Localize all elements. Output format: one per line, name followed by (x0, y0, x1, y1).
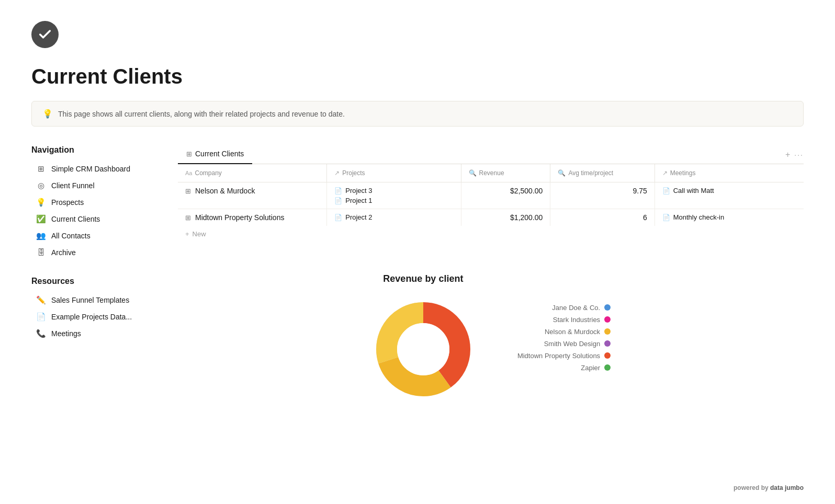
th-revenue: 🔍 Revenue (461, 164, 550, 182)
check-circle-icon: ✅ (36, 214, 46, 224)
document-icon: 📄 (334, 214, 342, 221)
sidebar-item-label: Meetings (51, 329, 81, 338)
meetings-cell: 📄Monthly check-in (655, 209, 804, 226)
sidebar-item-crm-dashboard[interactable]: ⊞ Simple CRM Dashboard (31, 161, 146, 177)
sidebar-item-label: All Contacts (51, 232, 91, 240)
legend-label: Jane Doe & Co. (552, 304, 600, 312)
tab-label: Current Clients (195, 150, 244, 158)
meeting-item[interactable]: 📄Monthly check-in (662, 213, 796, 221)
sidebar-item-meetings[interactable]: 📞 Meetings (31, 326, 146, 341)
tab-current-clients[interactable]: ⊞ Current Clients (178, 145, 252, 164)
plus-icon: + (185, 230, 189, 238)
legend-label: Midtown Property Solutions (517, 352, 600, 360)
legend-dot (604, 304, 611, 311)
table-actions: + ··· (785, 150, 804, 159)
legend-dot (604, 316, 611, 323)
sidebar-item-sales-templates[interactable]: ✏️ Sales Funnel Templates (31, 292, 146, 308)
grid-icon: ⊞ (186, 150, 192, 158)
project-item[interactable]: 📄Project 1 (334, 197, 453, 204)
logo-icon (31, 21, 59, 48)
document-icon: 📄 (662, 214, 670, 221)
bulb-icon: 💡 (42, 109, 53, 119)
info-banner: 💡 This page shows all current clients, a… (31, 101, 804, 127)
sidebar: Navigation ⊞ Simple CRM Dashboard ◎ Clie… (31, 145, 146, 402)
table-icon: ⊞ (36, 164, 46, 174)
footer-text: powered by (734, 484, 770, 491)
projects-cell: 📄Project 2 (327, 209, 461, 226)
sidebar-item-example-projects[interactable]: 📄 Example Projects Data... (31, 309, 146, 325)
th-avg-time: 🔍 Avg time/project (550, 164, 655, 182)
archive-icon: 🗄 (36, 248, 46, 257)
legend-item: Zapier (517, 364, 611, 372)
add-new-row[interactable]: + New (178, 226, 804, 242)
data-table: Aa Company ↗ Projects 🔍 (178, 164, 804, 226)
company-cell: ⊞Nelson & Murdock (178, 182, 327, 209)
sidebar-item-label: Example Projects Data... (51, 313, 132, 321)
th-meetings: ↗ Meetings (655, 164, 804, 182)
projects-cell: 📄Project 3📄Project 1 (327, 182, 461, 209)
search-icon-avg: 🔍 (558, 169, 566, 177)
footer: powered by data jumbo (734, 484, 804, 491)
legend-label: Nelson & Murdock (545, 328, 600, 336)
tab-bar: ⊞ Current Clients + ··· (178, 145, 804, 164)
pencil-icon: ✏️ (36, 295, 46, 305)
svg-point-4 (397, 323, 449, 375)
sidebar-item-current-clients[interactable]: ✅ Current Clients (31, 211, 146, 227)
nav-section-title: Navigation (31, 145, 146, 155)
legend-dot (604, 328, 611, 335)
legend-item: Jane Doe & Co. (517, 304, 611, 312)
aa-icon: Aa (185, 170, 192, 176)
arrow-up-right-icon-meetings: ↗ (662, 169, 668, 177)
legend-label: Stark Industries (553, 316, 600, 324)
chart-legend: Jane Doe & Co.Stark IndustriesNelson & M… (517, 304, 611, 372)
sidebar-item-label: Archive (51, 248, 76, 257)
footer-brand: data jumbo (770, 484, 804, 491)
sidebar-item-archive[interactable]: 🗄 Archive (31, 245, 146, 260)
donut-chart (371, 297, 476, 402)
document-icon: 📄 (662, 187, 670, 194)
chart-section: Revenue by client (178, 273, 804, 402)
add-column-button[interactable]: + (785, 150, 790, 159)
avg-time-cell: 9.75 (550, 182, 655, 209)
sidebar-item-label: Client Funnel (51, 181, 95, 190)
meetings-cell: 📄Call with Matt (655, 182, 804, 209)
sidebar-item-client-funnel[interactable]: ◎ Client Funnel (31, 178, 146, 193)
project-item[interactable]: 📄Project 2 (334, 213, 453, 221)
company-icon: ⊞ (185, 187, 191, 195)
sidebar-item-all-contacts[interactable]: 👥 All Contacts (31, 228, 146, 244)
more-options-button[interactable]: ··· (794, 151, 804, 159)
main-area: ⊞ Current Clients + ··· Aa Compa (178, 145, 804, 402)
sidebar-item-label: Current Clients (51, 215, 100, 223)
company-cell: ⊞Midtown Property Solutions (178, 209, 327, 226)
revenue-cell: $2,500.00 (461, 182, 550, 209)
avg-time-cell: 6 (550, 209, 655, 226)
resources-section: Resources ✏️ Sales Funnel Templates 📄 Ex… (31, 277, 146, 341)
th-projects: ↗ Projects (327, 164, 461, 182)
chart-title: Revenue by client (383, 273, 463, 284)
table-row: ⊞Nelson & Murdock📄Project 3📄Project 1$2,… (178, 182, 804, 209)
legend-dot (604, 364, 611, 371)
legend-item: Smith Web Design (517, 340, 611, 348)
company-icon: ⊞ (185, 214, 191, 222)
arrow-up-right-icon-projects: ↗ (334, 169, 340, 177)
document-icon: 📄 (334, 197, 342, 204)
legend-item: Stark Industries (517, 316, 611, 324)
lightbulb-icon: 💡 (36, 198, 46, 207)
file-icon: 📄 (36, 312, 46, 322)
new-label: New (193, 230, 206, 238)
sidebar-item-label: Prospects (51, 198, 84, 207)
page-wrapper: Current Clients 💡 This page shows all cu… (0, 0, 835, 504)
main-content: Navigation ⊞ Simple CRM Dashboard ◎ Clie… (31, 145, 804, 402)
project-item[interactable]: 📄Project 3 (334, 187, 453, 194)
sidebar-item-label: Sales Funnel Templates (51, 296, 129, 304)
meeting-item[interactable]: 📄Call with Matt (662, 187, 796, 194)
legend-dot (604, 340, 611, 347)
th-company: Aa Company (178, 164, 327, 182)
legend-label: Zapier (581, 364, 600, 372)
legend-dot (604, 352, 611, 359)
sidebar-item-prospects[interactable]: 💡 Prospects (31, 194, 146, 210)
search-icon-revenue: 🔍 (469, 169, 477, 177)
phone-icon: 📞 (36, 329, 46, 338)
resources-section-title: Resources (31, 277, 146, 286)
info-text: This page shows all current clients, alo… (58, 110, 345, 118)
